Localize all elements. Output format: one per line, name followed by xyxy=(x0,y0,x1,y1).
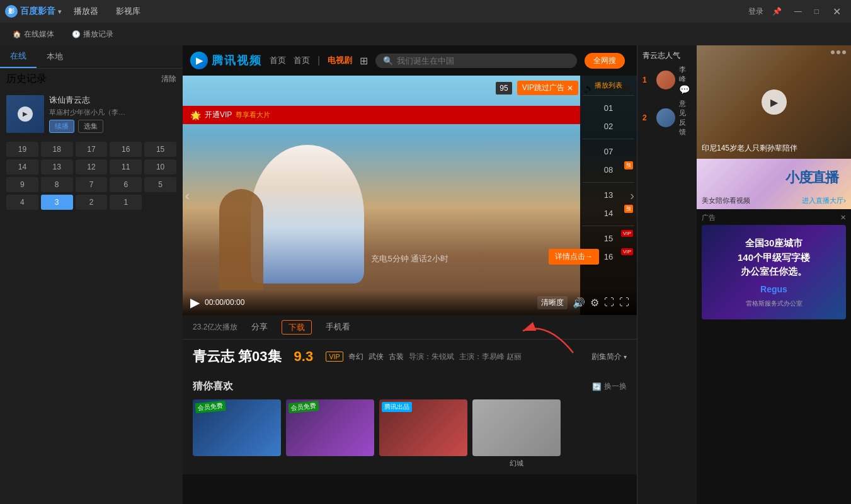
sidebar-tab-online[interactable]: 在线 xyxy=(0,45,37,68)
resume-btn[interactable]: 续播 xyxy=(49,120,74,133)
ep-07[interactable]: 07 xyxy=(583,144,634,159)
ep-17[interactable]: 17 xyxy=(76,142,108,157)
ad-close-icon[interactable]: ✕ xyxy=(840,214,846,222)
history-item-sub: 草庙村少年张小凡（李… xyxy=(49,108,176,117)
show-director: 导演：朱锐斌 xyxy=(409,352,454,362)
select-btn[interactable]: 选集 xyxy=(78,120,103,133)
ep-13[interactable]: 13 xyxy=(583,188,634,202)
pop-avatar-2 xyxy=(656,108,675,127)
video-overlay-top: 95 VIP跳过广告 ✕ 🔊 播放列表 xyxy=(183,76,637,100)
clear-btn[interactable]: 清除 xyxy=(161,74,176,84)
xiao-du-text: 小度直播 xyxy=(785,168,838,187)
clarity-btn[interactable]: 清晰度 xyxy=(537,296,568,309)
play-button[interactable]: ▶ xyxy=(190,295,200,310)
reco-thumb-3: 腾讯出品 xyxy=(379,399,467,456)
ep-08[interactable]: 08 预 xyxy=(583,163,634,177)
ep-4[interactable]: 4 xyxy=(6,195,38,210)
ep-9[interactable]: 9 xyxy=(6,177,38,192)
ep-13[interactable]: 13 xyxy=(41,159,73,175)
ep-2[interactable]: 2 xyxy=(76,195,108,210)
grid-icon[interactable]: ⊞ xyxy=(360,55,368,67)
mobile-btn[interactable]: 手机看 xyxy=(322,320,354,334)
reco-card-2[interactable]: 会员免费 xyxy=(286,399,374,468)
dot-1 xyxy=(831,50,835,54)
nav-arrow-left[interactable]: ‹ xyxy=(185,188,190,203)
settings-icon[interactable]: ⚙ xyxy=(590,297,599,309)
ep-3[interactable]: 3 xyxy=(41,195,73,210)
maximize-btn[interactable]: □ xyxy=(811,6,823,17)
vip-skip-badge[interactable]: VIP跳过广告 ✕ xyxy=(517,81,578,95)
ep-11[interactable]: 11 xyxy=(110,159,142,175)
history-item[interactable]: ▶ 诛仙青云志 草庙村少年张小凡（李… 续播 选集 xyxy=(0,89,183,138)
nav-player[interactable]: 播放器 xyxy=(66,3,106,20)
ep-10[interactable]: 10 xyxy=(144,159,176,175)
ep-14[interactable]: 14 xyxy=(6,159,38,175)
vip-open-label: 开通VIP xyxy=(205,110,232,120)
reco-refresh-btn[interactable]: 🔄 换一换 xyxy=(592,381,627,392)
ep-8[interactable]: 8 xyxy=(41,177,73,192)
titlebar-right: 登录 📌 — □ ✕ xyxy=(748,4,846,19)
ep-6[interactable]: 6 xyxy=(110,177,142,192)
ep-02[interactable]: 02 xyxy=(583,119,634,134)
tab-history[interactable]: 🕐 播放记录 xyxy=(64,26,121,42)
volume-icon[interactable]: 🔊 xyxy=(573,297,585,309)
pin-btn[interactable]: 📌 xyxy=(768,6,785,17)
pop-item-2[interactable]: 2 意见反馈 xyxy=(643,99,692,137)
show-rating: 9.3 xyxy=(294,348,314,365)
show-intro-btn[interactable]: 剧集简介 ▾ xyxy=(591,352,627,362)
ep-5[interactable]: 5 xyxy=(144,177,176,192)
refresh-icon: 🔄 xyxy=(592,382,602,391)
ad-label-text: 广告 xyxy=(702,213,716,222)
close-skip-icon[interactable]: ✕ xyxy=(567,84,573,93)
tabbar: 🏠 在线媒体 🕐 播放记录 xyxy=(0,23,851,45)
fullscreen-icon[interactable]: ⛶ xyxy=(619,297,629,308)
show-intro-label: 剧集简介 xyxy=(591,352,622,361)
nav-home[interactable]: 首页 xyxy=(270,55,286,66)
nav-arrow-right[interactable]: › xyxy=(630,188,634,203)
reco-card-4[interactable]: 幻城 xyxy=(472,399,561,468)
ep-14[interactable]: 14 预 xyxy=(583,206,634,220)
nav-home-label[interactable]: 首页 xyxy=(294,55,310,66)
right-thumb-2-overlay: 美女陪你看视频 进入直播大厅› xyxy=(702,196,846,205)
dropdown-icon[interactable]: ▾ xyxy=(58,8,61,15)
right-ad-img[interactable]: 全国30座城市140个甲级写字楼办公室任你选。 Regus 雷格斯服务式办公室 xyxy=(702,225,846,319)
tag-martial: 武侠 xyxy=(368,352,384,362)
ad-tagline: 雷格斯服务式办公室 xyxy=(746,299,802,308)
ep-12[interactable]: 12 xyxy=(76,159,108,175)
pop-item-1[interactable]: 1 李峰 💬 xyxy=(643,65,692,95)
sidebar-tab-local[interactable]: 本地 xyxy=(37,46,73,67)
ep-19[interactable]: 19 xyxy=(6,142,38,157)
ep-7[interactable]: 7 xyxy=(76,177,108,192)
ep-18[interactable]: 18 xyxy=(41,142,73,157)
vip-open-area: 🌟 开通VIP 尊享看大片 xyxy=(183,106,580,124)
ep-15[interactable]: 15 xyxy=(144,142,176,157)
nav-tv[interactable]: 电视剧 xyxy=(328,55,352,66)
chevron-down-icon: ▾ xyxy=(624,353,627,360)
history-item-title: 诛仙青云志 xyxy=(49,94,176,106)
search-input[interactable] xyxy=(397,56,569,66)
nav-library[interactable]: 影视库 xyxy=(108,3,148,20)
right-thumb-2: 美女陪你看视频 进入直播大厅› 小度直播 xyxy=(697,159,851,209)
ep-01[interactable]: 01 xyxy=(583,101,634,115)
reco-card-3[interactable]: 腾讯出品 xyxy=(379,399,467,468)
detail-click-btn[interactable]: 详情点击→ xyxy=(549,249,599,265)
right-thumb-1: ▶ xyxy=(697,45,851,159)
login-btn[interactable]: 登录 xyxy=(748,6,763,17)
vip-open-banner[interactable]: 🌟 开通VIP 尊享看大片 xyxy=(183,106,580,124)
thumb2-link[interactable]: 进入直播大厅› xyxy=(802,196,846,205)
download-btn[interactable]: 下载 xyxy=(282,320,312,335)
browser-inner: ▶ 腾讯视频 首页 首页 | 电视剧 ⊞ 🔍 全网搜 xyxy=(183,45,697,504)
search-btn[interactable]: 全网搜 xyxy=(585,53,625,69)
ep-15[interactable]: 15 VIP xyxy=(583,231,634,246)
tab-online[interactable]: 🏠 在线媒体 xyxy=(5,26,62,42)
minimize-btn[interactable]: — xyxy=(791,6,806,17)
ep-1[interactable]: 1 xyxy=(110,195,142,210)
ep-16[interactable]: 16 xyxy=(110,142,142,157)
reco-card-1[interactable]: 会员免费 xyxy=(193,399,281,468)
share-btn[interactable]: 分享 xyxy=(248,320,271,334)
fullscreen-small-icon[interactable]: ⛶ xyxy=(604,297,614,308)
pop-name-1: 李峰 xyxy=(679,65,692,84)
close-btn[interactable]: ✕ xyxy=(828,4,846,19)
show-info: 青云志 第03集 9.3 VIP 奇幻 武侠 古装 导演：朱锐斌 主演：李易峰 … xyxy=(183,340,637,374)
right-play-btn[interactable]: ▶ xyxy=(762,89,787,115)
